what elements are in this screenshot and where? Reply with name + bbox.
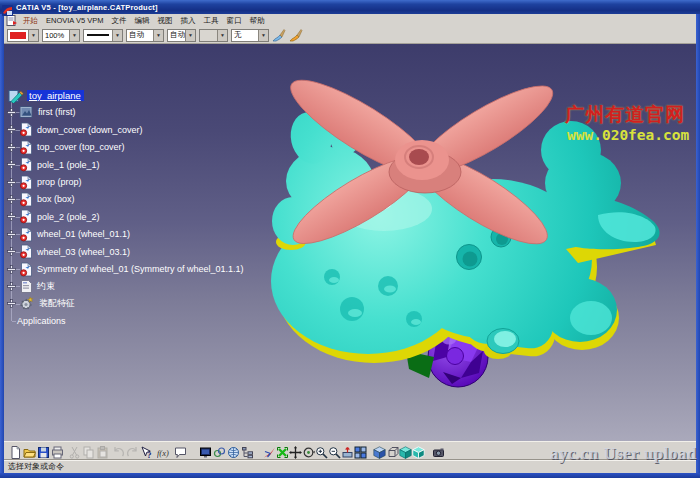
line-style-sample [87, 34, 109, 36]
list-tree-button[interactable] [241, 445, 254, 458]
tree-item-box-box-[interactable]: box (box) [19, 191, 76, 207]
open-folder-button[interactable] [23, 445, 36, 458]
combo-arrow-icon[interactable]: ▼ [28, 30, 38, 41]
tree-item-wheel-03-wheel-03-1-[interactable]: wheel_03 (wheel_03.1) [19, 244, 131, 260]
viewport-3d[interactable]: toy_airplanefirst (first)down_cover (dow… [4, 43, 696, 442]
menu-item-0[interactable]: 开始 [19, 16, 42, 26]
part-icon [19, 262, 33, 277]
layer-combo[interactable]: 无▼ [231, 29, 269, 42]
tree-expander-plus[interactable] [7, 230, 16, 239]
tree-expander-plus[interactable] [7, 160, 16, 169]
watermark-line2: www.020fea.com [567, 127, 689, 143]
formula-button[interactable]: f(x) [157, 445, 170, 458]
toolbar-group-g-cap [432, 445, 446, 458]
tree-expander-plus[interactable] [7, 178, 16, 187]
part-icon [19, 227, 33, 242]
tree-item-top-cover-top-cover-[interactable]: top_cover (top_cover) [19, 139, 126, 155]
tree-item-toy-airplane[interactable]: toy_airplane [8, 87, 84, 103]
zoom-in-button[interactable] [315, 445, 328, 458]
combo-arrow-icon[interactable]: ▼ [185, 30, 195, 41]
render-style-combo[interactable]: ▼ [199, 29, 228, 42]
title-bar[interactable]: CATIA V5 - [toy_airplane.CATProduct] [0, 0, 700, 14]
constraints-icon [19, 279, 33, 294]
shaded-cube-button[interactable] [399, 445, 412, 458]
zoom-level-combo[interactable]: 100%▼ [42, 29, 80, 42]
tree-expander-plus[interactable] [7, 247, 16, 256]
tree-expander-plus[interactable] [7, 212, 16, 221]
iso-view-cube-button[interactable] [373, 445, 386, 458]
combo-arrow-icon[interactable]: ▼ [69, 30, 79, 41]
paintbrush-orange-button[interactable] [289, 28, 303, 42]
part-icon [19, 157, 33, 172]
menu-items: 开始ENOVIA V5 VPM文件编辑视图插入工具窗口帮助 [19, 16, 269, 26]
fit-all-button[interactable] [276, 445, 289, 458]
tree-expander-plus[interactable] [7, 125, 16, 134]
menu-item-3[interactable]: 编辑 [131, 16, 154, 26]
tree-expander-plus[interactable] [7, 299, 16, 308]
part-icon [19, 209, 33, 224]
assembly-features-icon [19, 296, 35, 311]
watermark-bottom: ayc.cn User upload [550, 444, 697, 464]
rotate-button[interactable] [302, 445, 315, 458]
tree-expander-plus[interactable] [7, 108, 16, 117]
point-style-combo[interactable]: 自动▼ [167, 29, 196, 42]
cut-button [68, 445, 81, 458]
tree-item-applications[interactable]: Applications [16, 313, 67, 329]
part-icon [19, 244, 33, 259]
tree-item-pole-1-pole-1-[interactable]: pole_1 (pole_1) [19, 157, 101, 173]
menu-item-2[interactable]: 文件 [108, 16, 131, 26]
wireframe-cube-button[interactable] [386, 445, 399, 458]
save-button[interactable] [37, 445, 50, 458]
screen-button[interactable] [199, 445, 212, 458]
normal-view-button[interactable] [341, 445, 354, 458]
watermark-line1: 广州有道官网 [565, 102, 685, 128]
toolbar-group-g-clip [68, 445, 110, 458]
line-weight-combo[interactable]: 自动▼ [126, 29, 164, 42]
tree-item--[interactable]: 装配特征 [19, 296, 76, 312]
menu-item-7[interactable]: 窗口 [223, 16, 246, 26]
combo-arrow-icon[interactable]: ▼ [217, 30, 227, 41]
line-type-combo[interactable]: ▼ [83, 29, 123, 42]
menu-item-4[interactable]: 视图 [154, 16, 177, 26]
link-button[interactable] [213, 445, 226, 458]
pan-button[interactable] [289, 445, 302, 458]
tree-expander-plus[interactable] [7, 265, 16, 274]
zoom-out-button[interactable] [328, 445, 341, 458]
help-pointer-button[interactable]: ? [140, 445, 153, 458]
menu-item-8[interactable]: 帮助 [246, 16, 269, 26]
web-browser-button[interactable] [227, 445, 240, 458]
tree-expander-plus[interactable] [7, 282, 16, 291]
menu-item-1[interactable]: ENOVIA V5 VPM [42, 16, 108, 26]
svg-text:?: ? [147, 450, 152, 459]
tree-expander-plus[interactable] [7, 143, 16, 152]
shaded-edges-cube-button[interactable] [412, 445, 425, 458]
menu-item-5[interactable]: 插入 [177, 16, 200, 26]
menu-bar: 开始ENOVIA V5 VPM文件编辑视图插入工具窗口帮助 [4, 14, 696, 27]
multi-view-button[interactable] [354, 445, 367, 458]
paintbrush-blue-button[interactable] [272, 28, 286, 42]
redo-button [126, 445, 139, 458]
combo-arrow-icon[interactable]: ▼ [112, 30, 122, 41]
tree-item-symmetry-of-wheel-01-symmetry-of-wheel-01-1-1-[interactable]: Symmetry of wheel_01 (Symmetry of wheel_… [19, 261, 245, 277]
undo-button [112, 445, 125, 458]
tree-item--[interactable]: 约束 [19, 278, 56, 294]
tree-item-pole-2-pole-2-[interactable]: pole_2 (pole_2) [19, 209, 101, 225]
combo-arrow-icon[interactable]: ▼ [258, 30, 268, 41]
tree-expander-plus[interactable] [7, 195, 16, 204]
part-icon [19, 140, 33, 155]
graphic-color-combo[interactable]: ▼ [7, 29, 39, 42]
new-document-button[interactable] [9, 445, 22, 458]
chat-bubble-button[interactable] [174, 445, 187, 458]
fly-mode-button[interactable] [263, 445, 276, 458]
combo-arrow-icon[interactable]: ▼ [153, 30, 163, 41]
tree-item-down-cover-down-cover-[interactable]: down_cover (down_cover) [19, 122, 144, 138]
document-icon[interactable] [6, 15, 18, 26]
menu-item-6[interactable]: 工具 [200, 16, 223, 26]
tree-item-prop-prop-[interactable]: prop (prop) [19, 174, 83, 190]
render-camera-button[interactable] [432, 445, 445, 458]
component-icon [19, 105, 34, 119]
toolbar-group-g-hist [112, 445, 140, 458]
print-button[interactable] [51, 445, 64, 458]
tree-item-wheel-01-wheel-01-1-[interactable]: wheel_01 (wheel_01.1) [19, 226, 131, 242]
tree-item-first-first-[interactable]: first (first) [19, 104, 77, 120]
